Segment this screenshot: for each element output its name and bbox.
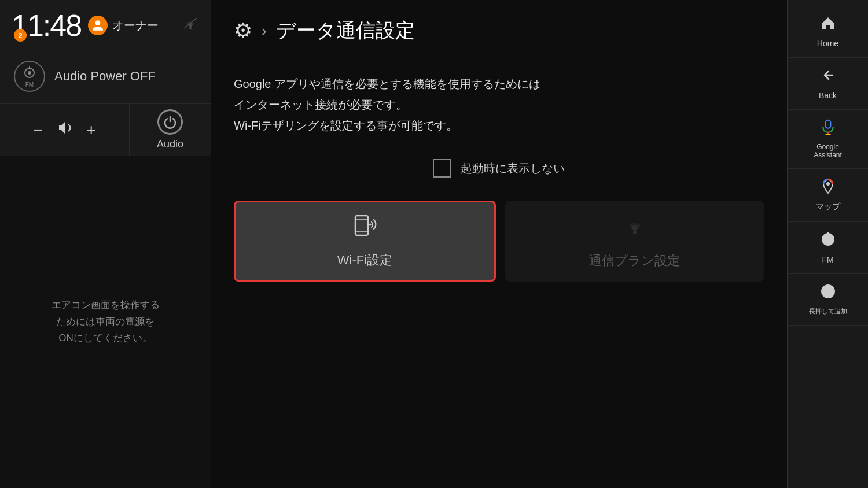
nav-home[interactable]: Home [788, 6, 868, 58]
nav-add[interactable]: 長押して追加 [788, 274, 868, 326]
plan-settings-button[interactable]: 通信プラン設定 [505, 201, 764, 282]
nav-back-label: Back [819, 91, 837, 100]
home-icon [820, 15, 836, 35]
maps-icon [820, 178, 836, 198]
user-info: オーナー [88, 16, 159, 35]
volume-up-button[interactable]: + [80, 116, 103, 144]
speaker-icon [57, 120, 73, 140]
volume-controls: − + Audio [0, 104, 211, 156]
dont-show-checkbox[interactable] [433, 159, 451, 178]
audio-power-section[interactable]: FM Audio Power OFF [0, 49, 211, 104]
nav-google-assistant[interactable]: Google Assistant [788, 110, 868, 169]
status-bar: 11:48 オーナー 2 [0, 0, 211, 49]
nav-google-assistant-label: Google Assistant [814, 143, 842, 159]
wifi-settings-label: Wi-Fi設定 [337, 252, 392, 269]
svg-point-15 [826, 237, 830, 242]
ac-notice: エアコン画面を操作する ためには車両の電源を ONにしてください。 [0, 156, 211, 488]
audio-power-text: Audio Power OFF [54, 69, 156, 84]
nav-add-label: 長押して追加 [809, 307, 847, 316]
action-buttons: Wi-Fi設定 通信プラン設定 [234, 201, 764, 282]
audio-fm-icon: FM [14, 61, 45, 92]
checkbox-label: 起動時に表示しない [461, 161, 565, 176]
fm-label: FM [25, 82, 34, 88]
left-panel: 11:48 オーナー 2 FM A [0, 0, 211, 488]
svg-rect-10 [825, 120, 830, 128]
wifi-status-icon [182, 17, 199, 32]
volume-down-button[interactable]: − [26, 116, 49, 144]
breadcrumb-chevron-icon: › [262, 22, 267, 40]
notification-badge: 2 [14, 29, 27, 42]
svg-point-3 [28, 71, 31, 75]
fm-nav-icon [820, 231, 836, 252]
nav-back[interactable]: Back [788, 58, 868, 110]
volume-buttons: − + [0, 104, 130, 156]
checkbox-row: 起動時に表示しない [234, 159, 764, 178]
google-mic-icon [820, 119, 836, 139]
description-text: Google アプリや通信を必要とする機能を使用するためには インターネット接続… [234, 73, 764, 136]
svg-point-9 [633, 231, 637, 234]
nav-fm[interactable]: FM [788, 222, 868, 274]
nav-home-label: Home [817, 39, 838, 48]
plan-settings-label: 通信プラン設定 [589, 252, 680, 269]
audio-label: Audio [157, 138, 183, 150]
add-icon [820, 283, 836, 304]
plan-wifi-icon [622, 213, 648, 244]
right-sidebar: Home Back Google Assistant [787, 0, 868, 488]
svg-point-0 [189, 27, 192, 29]
user-name: オーナー [112, 18, 159, 34]
page-header: ⚙ › データ通信設定 [234, 17, 764, 56]
main-content: ⚙ › データ通信設定 Google アプリや通信を必要とする機能を使用するため… [211, 0, 787, 488]
nav-maps[interactable]: マップ [788, 169, 868, 222]
settings-gear-icon: ⚙ [234, 19, 252, 43]
page-title: データ通信設定 [276, 17, 415, 44]
svg-rect-5 [355, 216, 368, 235]
wifi-settings-button[interactable]: Wi-Fi設定 [234, 201, 496, 282]
audio-power-button[interactable]: Audio [130, 104, 211, 156]
back-icon [820, 67, 836, 87]
wifi-phone-icon [351, 213, 380, 243]
user-avatar [88, 16, 108, 35]
svg-point-13 [826, 182, 830, 186]
power-icon [157, 109, 183, 135]
nav-fm-label: FM [822, 255, 833, 264]
svg-point-8 [369, 224, 371, 226]
nav-maps-label: マップ [816, 202, 840, 212]
